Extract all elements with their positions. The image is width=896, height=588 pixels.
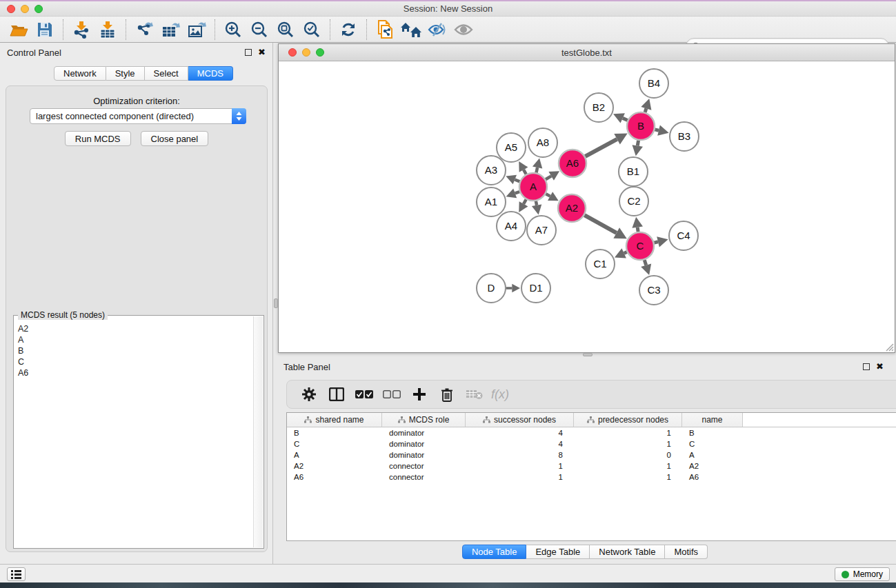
edge-A6-B[interactable] [585,139,617,156]
tab-mcds[interactable]: MCDS [188,66,233,81]
tab-node-table[interactable]: Node Table [462,545,527,559]
add-icon[interactable] [407,384,432,405]
column-header-name[interactable]: name [682,413,743,427]
result-scrollbar[interactable] [253,316,263,547]
column-header-shared-name[interactable]: shared name [287,413,382,427]
table-cell[interactable]: B [682,429,743,437]
memory-button[interactable]: Memory [835,567,890,581]
column-header-predecessor-nodes[interactable]: predecessor nodes [574,413,682,427]
delete-table-icon[interactable] [462,384,487,405]
table-cell[interactable]: 0 [574,451,682,459]
zoom-selected-icon[interactable] [299,19,325,41]
tab-motifs[interactable]: Motifs [665,545,708,559]
hidden-panel-handle-bottom[interactable] [583,353,593,356]
edge-B-B4[interactable] [645,108,646,112]
edge-A-A1[interactable] [515,192,520,193]
select-all-icon[interactable] [352,384,377,405]
column-header-successor-nodes[interactable]: successor nodes [466,413,574,427]
tab-network[interactable]: Network [54,66,106,81]
edge-A2-C[interactable] [584,215,616,233]
close-panel-icon[interactable]: ✖ [258,49,266,56]
close-view-button[interactable] [288,48,297,57]
table-cell[interactable]: A6 [682,473,743,481]
deselect-all-icon[interactable] [379,384,404,405]
hidden-panel-handle-left[interactable] [274,298,278,308]
import-table-icon[interactable] [94,19,121,41]
edge-A-A6[interactable] [546,176,551,179]
refresh-layout-icon[interactable] [335,19,361,41]
close-table-panel-icon[interactable]: ✖ [876,363,884,370]
result-list-item[interactable]: A6 [18,367,253,378]
table-cell[interactable]: 1 [574,462,682,470]
resize-grip-icon[interactable] [884,342,894,352]
zoom-view-button[interactable] [316,48,324,57]
table-cell[interactable]: 8 [466,451,574,459]
export-image-icon[interactable] [183,19,210,41]
hide-eye-icon[interactable] [424,19,450,41]
result-list-item[interactable]: B [18,345,253,356]
split-panel-icon[interactable] [324,384,349,405]
edge-B-B1[interactable] [637,141,638,146]
table-cell[interactable]: A6 [287,473,382,481]
table-cell[interactable]: 4 [466,429,574,437]
table-cell[interactable]: 1 [574,473,682,481]
table-cell[interactable]: C [287,440,382,448]
result-list-item[interactable]: C [18,356,253,367]
edge-A-A4[interactable] [524,199,526,204]
table-row[interactable]: Bdominator41B [287,427,896,438]
result-list-item[interactable]: A2 [18,323,253,334]
save-session-icon[interactable] [32,19,58,41]
edge-A-A7[interactable] [536,201,537,205]
edge-C-C3[interactable] [644,260,646,265]
table-cell[interactable]: 1 [466,462,574,470]
table-cell[interactable]: dominator [382,429,466,437]
minimize-view-button[interactable] [302,48,310,57]
tab-select[interactable]: Select [145,66,188,81]
delete-icon[interactable] [435,384,459,405]
import-network-icon[interactable] [68,19,94,41]
criterion-dropdown[interactable]: largest connected component (directed) [30,108,246,124]
table-cell[interactable]: connector [382,473,466,481]
table-row[interactable]: A6connector11A6 [287,472,896,483]
table-cell[interactable]: A [682,451,743,459]
edge-A-A3[interactable] [515,180,519,182]
home-view-icon[interactable] [398,19,424,41]
table-cell[interactable]: C [682,440,743,448]
table-row[interactable]: Cdominator41C [287,438,896,449]
tab-style[interactable]: Style [106,66,145,81]
show-eye-icon[interactable] [450,19,477,41]
table-cell[interactable]: A [287,451,382,459]
column-header-MCDS-role[interactable]: MCDS role [382,413,466,427]
clone-network-icon[interactable] [372,19,398,41]
minimize-window-button[interactable] [21,5,29,13]
table-row[interactable]: A2connector11A2 [287,460,896,472]
result-list-item[interactable]: A [18,334,253,345]
edge-C-C2[interactable] [637,227,638,232]
float-panel-icon[interactable] [245,49,252,56]
table-cell[interactable]: 4 [466,440,574,448]
table-cell[interactable]: dominator [382,440,466,448]
export-table-icon[interactable] [157,19,183,41]
run-mcds-button[interactable]: Run MCDS [65,131,131,146]
table-cell[interactable]: dominator [382,451,466,459]
float-table-panel-icon[interactable] [863,363,870,370]
edge-A-A2[interactable] [546,194,550,196]
edge-C-C4[interactable] [654,242,658,243]
network-window-titlebar[interactable]: testGlobe.txt [279,44,895,61]
close-panel-button[interactable]: Close panel [141,131,209,146]
table-row[interactable]: Adominator80A [287,449,896,460]
table-cell[interactable]: 1 [574,440,682,448]
open-session-icon[interactable] [6,19,32,41]
table-cell[interactable]: A2 [682,462,743,470]
edge-B-B3[interactable] [655,130,659,130]
task-history-button[interactable] [7,567,26,581]
table-cell[interactable]: A2 [287,462,382,470]
edge-C-C1[interactable] [624,252,627,254]
zoom-window-button[interactable] [34,5,43,13]
network-canvas[interactable]: AA1A3A4A5A7A8A6A2BB1B2B3B4CC1C2C3C4DD1 [279,61,895,352]
table-cell[interactable]: connector [382,462,466,470]
settings-gear-icon[interactable] [297,384,321,405]
zoom-fit-icon[interactable] [272,19,299,41]
edge-A-A5[interactable] [524,170,526,174]
table-cell[interactable]: 1 [574,429,682,437]
